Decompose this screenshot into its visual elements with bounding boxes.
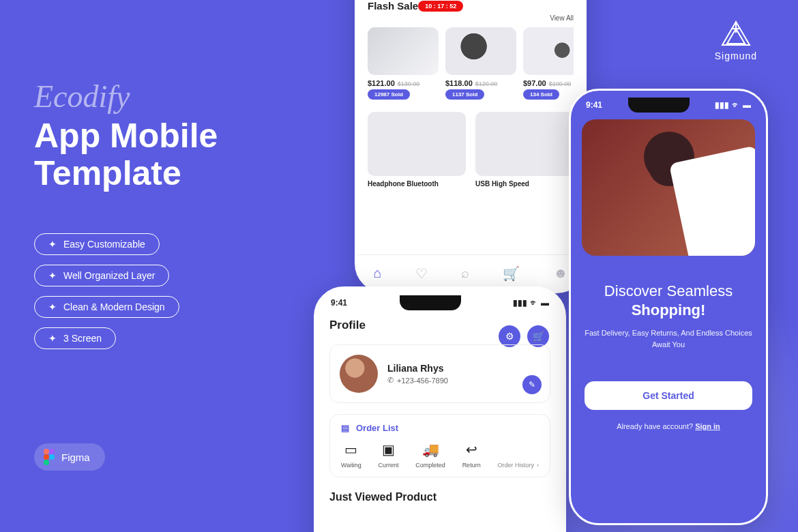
svg-point-4 — [44, 460, 49, 465]
tab-cart[interactable]: 🛒 — [503, 265, 520, 282]
feature-label: 3 Screen — [63, 333, 102, 344]
product-caption: Headphone Bluetooth — [368, 180, 466, 188]
pencil-icon: ✎ — [529, 380, 535, 389]
onboarding-subtitle: Fast Delivery, Easy Returns, And Endless… — [580, 327, 756, 350]
list-icon: ▤ — [341, 423, 351, 433]
box-icon: ▣ — [382, 441, 395, 458]
product-image — [475, 112, 574, 176]
tab-bar: ⌂ ♡ ⌕ 🛒 ☻ — [357, 254, 585, 291]
profile-card: Liliana Rhys ✆+123-456-7890 ✎ — [329, 344, 550, 403]
notch — [628, 98, 690, 113]
product-image — [523, 27, 574, 75]
view-all-link[interactable]: View All — [368, 14, 574, 22]
truck-icon: 🚚 — [422, 441, 439, 458]
feature-label: Well Organized Layer — [63, 270, 155, 281]
headline-line1: App Mobile — [34, 117, 321, 155]
svg-point-3 — [49, 454, 55, 460]
profile-name: Liliana Rhys — [387, 363, 448, 374]
headline-script: Ecodify — [34, 78, 321, 115]
status-time: 9:41 — [331, 298, 347, 308]
avatar — [340, 355, 378, 393]
product-card[interactable]: $118.00$120.00 1137 Sold — [445, 27, 516, 100]
step-label: Waiting — [341, 462, 361, 469]
profile-screen: 9:41 ▮▮▮ᯤ▬ Profile ⚙ 🛒 Liliana Rhys ✆+12… — [314, 286, 566, 532]
signin-link[interactable]: Sign in — [695, 422, 720, 430]
product-image — [368, 27, 439, 75]
product-old-price: $130.00 — [398, 80, 420, 87]
product-caption: USB High Speed — [475, 180, 574, 188]
onboarding-screen: 9:41 ▮▮▮ᯤ▬ Discover SeamlessShopping! Fa… — [569, 89, 768, 525]
product-image — [368, 112, 466, 176]
home-screen: ☰Category 🚚COD ❉Offers ▥See All Flash Sa… — [355, 0, 587, 293]
tab-profile[interactable]: ☻ — [553, 265, 567, 281]
order-step-current[interactable]: ▣Current — [378, 441, 398, 469]
product-old-price: $120.00 — [475, 80, 498, 87]
just-viewed-title: Just Viewed Product — [329, 491, 550, 503]
product-card[interactable]: USB High Speed — [475, 112, 574, 188]
product-card[interactable]: $121.00$130.00 12987 Sold — [368, 27, 439, 100]
order-history-label: Order History — [497, 462, 534, 469]
product-price: $97.00 — [523, 79, 546, 87]
sparkle-icon: ✦ — [48, 301, 57, 312]
brand-logo: Sigmund — [715, 20, 757, 61]
notch — [400, 295, 461, 310]
order-history-link[interactable]: Order History› — [497, 462, 539, 469]
gear-icon: ⚙ — [505, 331, 514, 342]
wifi-icon: ᯤ — [732, 100, 740, 110]
product-image — [445, 27, 516, 75]
card-icon: ▭ — [344, 441, 357, 458]
tab-home[interactable]: ⌂ — [374, 265, 382, 281]
product-price: $118.00 — [445, 79, 473, 87]
onboarding-hero-image — [582, 119, 755, 256]
phone-icon: ✆ — [387, 376, 394, 385]
get-started-button[interactable]: Get Started — [585, 381, 752, 410]
feature-pill: ✦Easy Customizable — [34, 233, 160, 255]
headline-line2: Template — [34, 155, 321, 192]
product-old-price: $100.00 — [549, 80, 572, 87]
tab-search[interactable]: ⌕ — [461, 265, 469, 281]
feature-pill: ✦Well Organized Layer — [34, 265, 169, 286]
figma-icon — [44, 449, 55, 465]
order-list-card: ▤Order List ▭Waiting ▣Current 🚚Completed… — [329, 414, 550, 477]
onboarding-title-a: Discover Seamless — [604, 282, 733, 299]
product-card[interactable]: $97.00$100.00 134 Sold — [523, 27, 574, 100]
sparkle-icon: ✦ — [48, 270, 57, 281]
order-step-completed[interactable]: 🚚Completed — [415, 441, 445, 469]
status-bar: 9:41 ▮▮▮ᯤ▬ — [571, 91, 766, 114]
status-bar: 9:41 ▮▮▮ᯤ▬ — [316, 289, 564, 312]
order-step-return[interactable]: ↩Return — [462, 441, 481, 469]
countdown-timer: 10 : 17 : 52 — [418, 1, 463, 12]
battery-icon: ▬ — [743, 100, 751, 110]
edit-button[interactable]: ✎ — [522, 375, 542, 394]
figma-badge: Figma — [34, 443, 105, 471]
step-label: Return — [462, 462, 481, 469]
brand-mark-icon — [719, 20, 753, 48]
signal-icon: ▮▮▮ — [715, 100, 729, 110]
svg-point-1 — [49, 449, 55, 454]
order-step-waiting[interactable]: ▭Waiting — [341, 441, 361, 469]
feature-pill: ✦3 Screen — [34, 327, 116, 349]
flash-sale-title: Flash Sale — [368, 0, 418, 12]
sparkle-icon: ✦ — [48, 333, 57, 344]
return-icon: ↩ — [466, 441, 477, 458]
feature-pill: ✦Clean & Modern Design — [34, 296, 179, 318]
signal-icon: ▮▮▮ — [513, 298, 527, 308]
onboarding-title: Discover SeamlessShopping! — [580, 282, 756, 319]
tab-favorites[interactable]: ♡ — [415, 265, 428, 282]
status-time: 9:41 — [586, 100, 602, 110]
figma-label: Figma — [61, 452, 90, 463]
signin-pretext: Already have account? — [617, 422, 695, 430]
sold-badge: 12987 Sold — [368, 89, 410, 100]
signin-row: Already have account? Sign in — [571, 422, 766, 430]
step-label: Current — [378, 462, 398, 469]
svg-point-2 — [44, 454, 49, 460]
product-card[interactable]: Headphone Bluetooth — [368, 112, 466, 188]
feature-pill-list: ✦Easy Customizable ✦Well Organized Layer… — [34, 233, 321, 349]
cart-icon: 🛒 — [533, 331, 544, 342]
wifi-icon: ᯤ — [530, 298, 538, 308]
chevron-right-icon: › — [537, 462, 539, 469]
product-price: $121.00 — [368, 79, 395, 87]
sold-badge: 134 Sold — [523, 89, 559, 100]
onboarding-title-b: Shopping! — [632, 301, 706, 319]
sold-badge: 1137 Sold — [445, 89, 484, 100]
